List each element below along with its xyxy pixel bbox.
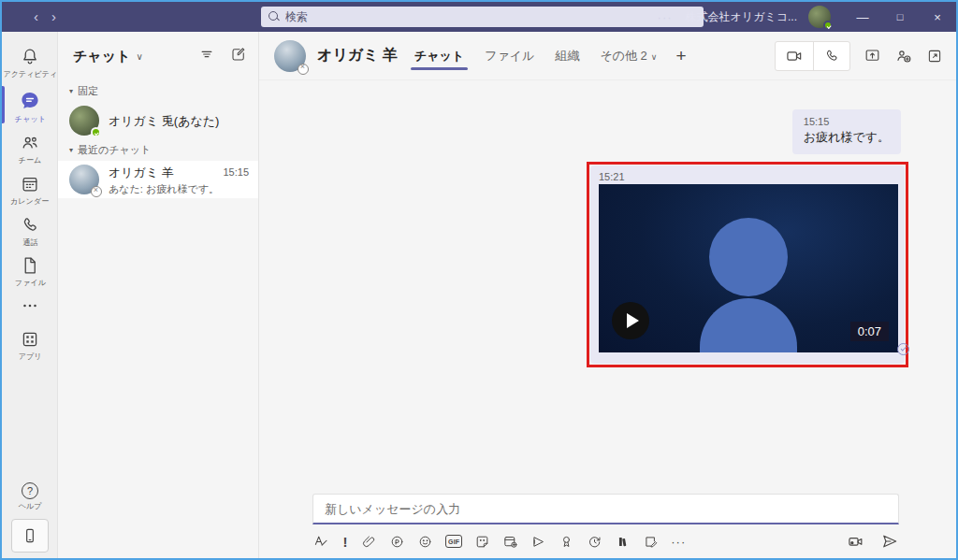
help-icon: ? (22, 482, 38, 499)
forward-icon[interactable]: › (51, 4, 56, 30)
back-icon[interactable]: ‹ (34, 4, 38, 30)
add-people-button[interactable] (894, 47, 913, 65)
add-people-icon (894, 47, 913, 65)
close-button[interactable]: × (919, 2, 956, 32)
rail-item-activity[interactable]: アクティビティ (2, 47, 58, 80)
chat-item-pinned[interactable]: オリガミ 兎(あなた) (58, 102, 258, 139)
teams-icon (20, 133, 40, 153)
chat-list-title[interactable]: チャット (73, 48, 130, 65)
approvals-icon[interactable] (643, 534, 659, 550)
tab-files[interactable]: ファイル (485, 35, 534, 78)
importance-icon[interactable]: ! (341, 534, 349, 550)
tab-organization[interactable]: 組織 (555, 35, 579, 78)
rail-item-chat[interactable]: チャット (2, 90, 58, 125)
send-icon[interactable] (880, 532, 899, 551)
presence-offline-icon (298, 64, 309, 75)
rail-item-teams[interactable]: チーム (2, 133, 58, 166)
toolbar-more-icon[interactable]: ··· (671, 535, 686, 549)
chevron-down-icon: ∨ (651, 52, 658, 62)
rail-item-help[interactable]: ? ヘルプ (2, 482, 58, 512)
viva-learning-icon[interactable] (615, 534, 631, 550)
play-button[interactable] (612, 302, 649, 339)
maximize-button[interactable]: □ (881, 2, 919, 32)
rail-item-files[interactable]: ファイル (2, 255, 58, 289)
emoji-icon[interactable] (417, 534, 433, 550)
conversation-pane: オリガミ 羊 チャット ファイル 組織 その他 2∨ + (259, 32, 956, 558)
caret-down-icon: ▾ (69, 146, 73, 154)
rail-item-more[interactable] (2, 299, 58, 312)
annotation-highlight: 15:21 0:07 (587, 162, 908, 367)
tab-more[interactable]: その他 2∨ (600, 35, 657, 78)
filter-icon[interactable] (198, 46, 215, 66)
video-clip-icon[interactable] (847, 532, 865, 551)
teams-window: ‹ › ··· 株式会社オリガミコ... — □ × アクティビティ (0, 0, 958, 560)
minimize-button[interactable]: — (844, 2, 881, 32)
popout-button[interactable] (926, 48, 943, 65)
stream-icon[interactable] (530, 534, 546, 550)
praise-icon[interactable] (559, 534, 574, 550)
screenshare-button[interactable] (864, 47, 881, 65)
mobile-device-icon (21, 524, 39, 547)
read-receipt-icon (897, 343, 909, 355)
chat-item-recent[interactable]: オリガミ 羊 あなた: お疲れ様です。 15:15 (58, 161, 258, 198)
loop-icon[interactable] (389, 534, 405, 550)
avatar (69, 165, 99, 194)
peer-avatar[interactable] (274, 40, 306, 72)
pinned-section-header[interactable]: ▾ 固定 (58, 80, 258, 102)
calendar-icon (20, 174, 40, 194)
chat-item-name: オリガミ 羊 (109, 165, 174, 179)
search-input[interactable] (285, 10, 696, 23)
tab-chat[interactable]: チャット (414, 35, 464, 78)
rail-item-calls[interactable]: 通話 (2, 215, 58, 249)
org-name[interactable]: 株式会社オリガミコ... (686, 9, 797, 25)
add-tab-icon[interactable]: + (675, 46, 686, 66)
new-chat-icon[interactable] (230, 46, 247, 66)
rail-label-help: ヘルプ (19, 501, 42, 511)
message-time: 15:21 (599, 171, 896, 182)
schedule-meeting-icon[interactable] (502, 534, 518, 550)
pinned-section-label: 固定 (78, 84, 98, 98)
file-icon (20, 255, 40, 276)
titlebar: ‹ › ··· 株式会社オリガミコ... — □ × (2, 2, 956, 32)
titlebar-more-icon[interactable]: ··· (645, 10, 686, 24)
rail-item-calendar[interactable]: カレンダー (2, 174, 58, 208)
audio-call-button[interactable] (813, 42, 849, 70)
user-avatar[interactable] (808, 6, 831, 28)
more-apps-icon (20, 299, 40, 312)
screenshare-icon (864, 47, 881, 65)
conversation-tabs: チャット ファイル 組織 その他 2∨ (414, 35, 657, 78)
caret-down-icon: ▾ (69, 87, 73, 95)
chat-item-name: オリガミ 兎(あなた) (109, 114, 219, 128)
popout-icon (926, 48, 943, 65)
attach-icon[interactable] (361, 534, 377, 550)
video-attachment[interactable]: 0:07 (599, 184, 898, 352)
composer-toolbar: ! GIF (312, 531, 899, 552)
recent-section-header[interactable]: ▾ 最近のチャット (58, 139, 258, 161)
gif-icon[interactable]: GIF (445, 535, 462, 548)
message-bubble[interactable]: 15:21 0:07 (590, 165, 905, 364)
chat-list-panel: チャット ∨ ▾ 固定 オリガミ 兎(あなた) ▾ (58, 32, 259, 558)
avatar (69, 106, 99, 136)
message-bubble[interactable]: 15:15 お疲れ様です。 (792, 109, 901, 154)
message-input[interactable] (312, 494, 899, 524)
message-time: 15:15 (804, 116, 890, 127)
person-silhouette-icon (709, 218, 788, 296)
conversation-header: オリガミ 羊 チャット ファイル 組織 その他 2∨ + (259, 32, 956, 80)
bell-icon (20, 47, 40, 67)
rail-label-apps: アプリ (19, 352, 42, 362)
chevron-down-icon: ∨ (136, 51, 142, 62)
mobile-app-button[interactable] (11, 519, 49, 553)
rail-item-apps[interactable]: アプリ (2, 329, 58, 363)
search-bar[interactable] (261, 7, 704, 27)
workflows-icon[interactable] (587, 534, 602, 550)
sticker-icon[interactable] (474, 534, 490, 550)
chat-item-time: 15:15 (223, 166, 249, 178)
video-call-button[interactable] (776, 42, 813, 70)
format-icon[interactable] (312, 533, 329, 550)
rail-label-calendar: カレンダー (10, 196, 49, 207)
composer: ! GIF (312, 494, 899, 552)
rail-label-teams: チーム (19, 155, 42, 165)
rail-label-activity: アクティビティ (3, 69, 57, 79)
presence-offline-icon (91, 186, 102, 197)
recent-section-label: 最近のチャット (78, 143, 151, 157)
